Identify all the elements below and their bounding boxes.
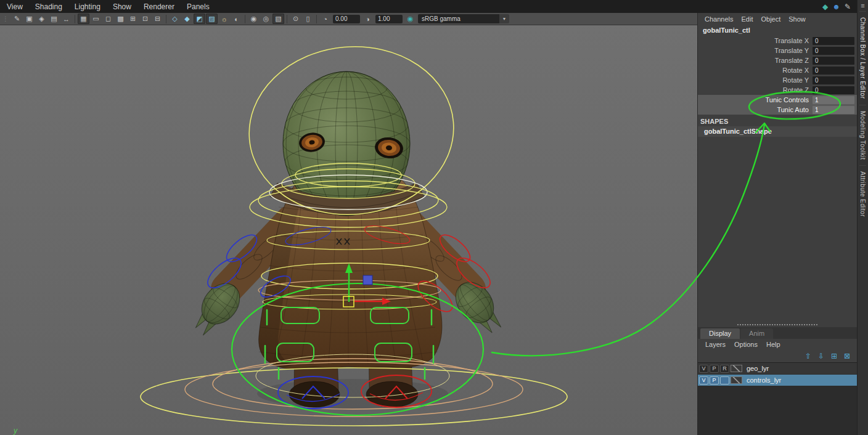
gamma-icon[interactable]: ◑ — [362, 14, 374, 24]
isolate-select-icon[interactable]: ⊙ — [290, 14, 301, 24]
safe-action-icon[interactable]: ⊡ — [139, 14, 151, 24]
channel-attribute-label: Tunic Auto — [698, 106, 813, 113]
toolbar-separator — [75, 15, 75, 23]
layers-menu-options[interactable]: Options — [731, 341, 761, 348]
menu-shading[interactable]: Shading — [30, 1, 68, 12]
channel-attribute-row[interactable]: Translate X0 — [698, 36, 857, 46]
left-foot[interactable] — [289, 381, 340, 407]
shaded-display-icon[interactable]: ◆ — [181, 14, 193, 24]
viewport-column: ⋮ ✎▣◈▤↔▦▭◻▩⊞⊡⊟◇◆◩▨☼◐◉◎▧⊙▯◔0.00◑1.00◉sRGB… — [0, 13, 697, 435]
channel-attribute-value[interactable]: 0 — [813, 86, 854, 94]
side-tab-attribute-editor[interactable]: Attribute Editor — [859, 165, 866, 222]
panel-menu-bar: ViewShadingLightingShowRendererPanels ◆☻… — [0, 0, 857, 13]
motion-blur-icon[interactable]: ◎ — [260, 14, 272, 24]
channel-attribute-value[interactable]: 0 — [813, 47, 854, 55]
menu-show[interactable]: Show — [107, 1, 137, 12]
layers-menu-help[interactable]: Help — [763, 341, 784, 348]
side-tab-channel-box-layer-editor[interactable]: Channel Box / Layer Editor — [859, 11, 866, 105]
menu-lighting[interactable]: Lighting — [69, 1, 106, 12]
channel-attribute-row[interactable]: Rotate Z0 — [698, 85, 857, 95]
tab-display[interactable]: Display — [700, 328, 740, 339]
channel-box-object-name[interactable]: gobalTunic_ctl — [698, 25, 857, 36]
layer-display-type-toggle[interactable]: R — [720, 365, 729, 373]
exposure-icon[interactable]: ◔ — [319, 14, 331, 24]
layer-visibility-toggle[interactable]: V — [699, 376, 708, 384]
layer-display-type-toggle[interactable] — [720, 376, 729, 384]
checker-display-icon[interactable]: ▨ — [206, 14, 218, 24]
axis-y-label: y — [14, 426, 17, 435]
camera-lock-icon[interactable]: ▣ — [23, 14, 35, 24]
layers-menu-layers[interactable]: Layers — [702, 341, 729, 348]
viewport[interactable]: y — [0, 25, 697, 435]
channel-attribute-row[interactable]: Translate Z0 — [698, 55, 857, 65]
channelbox-menu-edit[interactable]: Edit — [738, 15, 756, 23]
layer-row[interactable]: VPRgeo_lyr — [698, 363, 857, 375]
layer-name: controls_lyr — [743, 376, 781, 384]
shape-node-name[interactable]: gobalTunic_ctlShape — [698, 126, 857, 137]
channel-attribute-value[interactable]: 1 — [813, 106, 854, 114]
layer-row[interactable]: VPcontrols_lyr — [698, 375, 857, 386]
layer-editor-menu: LayersOptionsHelp — [698, 339, 857, 350]
resolution-gate-icon[interactable]: ◻ — [102, 14, 114, 24]
character-icon[interactable]: ☻ — [832, 2, 840, 12]
move-layer-up-icon[interactable]: ⇧ — [803, 352, 813, 360]
channel-attribute-value[interactable]: 1 — [813, 96, 854, 104]
channel-attribute-value[interactable]: 0 — [813, 67, 854, 75]
channel-attribute-label: Rotate Z — [698, 86, 813, 94]
channel-attribute-value[interactable]: 0 — [813, 76, 854, 84]
colorspace-dropdown[interactable]: sRGB gamma▼ — [418, 14, 509, 23]
chevron-down-icon[interactable]: ▼ — [499, 14, 509, 23]
sidebar-tab-strip: ≡ Channel Box / Layer EditorModeling Too… — [857, 0, 868, 435]
manipulator-plane-handle[interactable] — [363, 275, 372, 285]
pan-zoom-icon[interactable]: ↔ — [60, 14, 72, 24]
create-empty-layer-icon[interactable]: ⊞ — [829, 352, 839, 360]
channelbox-menu-channels[interactable]: Channels — [702, 15, 736, 23]
side-tab-modeling-toolkit[interactable]: Modeling Toolkit — [859, 105, 866, 166]
shadows-icon[interactable]: ◐ — [231, 14, 242, 24]
exposure-field[interactable]: 0.00 — [333, 15, 360, 23]
menu-renderer[interactable]: Renderer — [138, 1, 180, 12]
gamma-field[interactable]: 1.00 — [375, 15, 403, 23]
color-management-icon[interactable]: ◉ — [404, 14, 416, 24]
snap-icon[interactable]: ◆ — [822, 2, 828, 12]
channel-attribute-row[interactable]: Translate Y0 — [698, 46, 857, 55]
character-model[interactable] — [186, 71, 510, 407]
layer-visibility-toggle[interactable]: V — [699, 365, 708, 373]
channel-attribute-row[interactable]: Rotate X0 — [698, 65, 857, 75]
image-plane-icon[interactable]: ▤ — [48, 14, 60, 24]
channel-attribute-value[interactable]: 0 — [813, 57, 854, 65]
channelbox-menu-object[interactable]: Object — [758, 15, 784, 23]
menu-view[interactable]: View — [1, 1, 28, 12]
channel-attribute-row[interactable]: Rotate Y0 — [698, 75, 857, 85]
occlusion-icon[interactable]: ◉ — [248, 14, 260, 24]
use-all-lights-icon[interactable]: ☼ — [218, 14, 230, 24]
tab-anim[interactable]: Anim — [740, 328, 773, 339]
panel-list-icon[interactable]: ≡ — [861, 0, 864, 11]
panel-splitter[interactable] — [698, 322, 857, 327]
field-chart-icon[interactable]: ⊞ — [127, 14, 139, 24]
gate-mask-icon[interactable]: ▩ — [115, 14, 126, 24]
layer-color-swatch[interactable] — [731, 376, 742, 384]
viewport-scene[interactable] — [0, 25, 697, 435]
camera-bookmark-icon[interactable]: ◈ — [36, 14, 47, 24]
xray-icon[interactable]: ▯ — [302, 14, 314, 24]
layer-playback-toggle[interactable]: P — [710, 376, 719, 384]
channel-attribute-value[interactable]: 0 — [813, 37, 854, 45]
layer-color-swatch[interactable] — [731, 365, 742, 372]
grid-icon[interactable]: ▦ — [78, 14, 89, 24]
move-layer-down-icon[interactable]: ⇩ — [816, 352, 826, 360]
multisample-icon[interactable]: ▧ — [272, 14, 284, 24]
channel-attribute-row[interactable]: Tunic Controls1 — [698, 95, 857, 105]
layer-playback-toggle[interactable]: P — [710, 365, 719, 373]
wireframe-display-icon[interactable]: ◇ — [169, 14, 181, 24]
safe-title-icon[interactable]: ⊟ — [152, 14, 163, 24]
create-layer-from-selected-icon[interactable]: ⊠ — [842, 352, 852, 360]
film-gate-icon[interactable]: ▭ — [90, 14, 102, 24]
channel-attribute-row[interactable]: Tunic Auto1 — [698, 105, 857, 115]
channelbox-menu-show[interactable]: Show — [785, 15, 809, 23]
grease-pencil-icon[interactable]: ✎ — [11, 14, 23, 24]
menu-panels[interactable]: Panels — [181, 1, 215, 12]
toolbar-drag-handle[interactable]: ⋮ — [2, 15, 9, 22]
textured-display-icon[interactable]: ◩ — [194, 14, 205, 24]
annotate-icon[interactable]: ✎ — [845, 2, 851, 12]
